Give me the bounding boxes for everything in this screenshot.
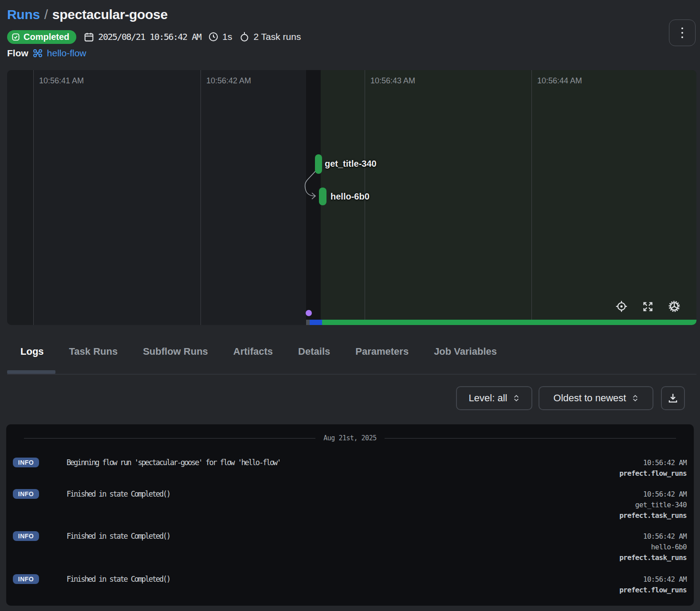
minimap-running-segment (310, 320, 322, 325)
log-task-name: hello-6b0 (619, 542, 687, 552)
task-bar-label: get_title-340 (325, 159, 377, 169)
tab-parameters[interactable]: Parameters (355, 346, 409, 357)
breadcrumb-runs-link[interactable]: Runs (7, 7, 40, 22)
run-datetime: 2025/08/21 10:56:42 AM (98, 31, 201, 42)
flow-name-link[interactable]: hello-flow (47, 48, 87, 59)
flow-row: Flow hello-flow (7, 48, 87, 59)
breadcrumb: Runs/spectacular-goose (7, 7, 168, 22)
chevron-updown-icon (632, 393, 638, 403)
sort-order-select[interactable]: Oldest to newest (539, 386, 653, 410)
log-level-badge: INFO (13, 531, 39, 541)
task-bar-hello[interactable] (319, 188, 326, 205)
kebab-dot (681, 36, 683, 38)
log-module: prefect.flow_runs (619, 585, 687, 595)
log-message: Finished in state Completed() (67, 531, 170, 541)
active-tab-indicator (7, 370, 55, 374)
logs-date-divider: Aug 21st, 2025 (24, 434, 676, 442)
download-logs-button[interactable] (661, 386, 685, 410)
flow-run-marker (306, 310, 312, 316)
run-duration: 1s (208, 31, 232, 42)
breadcrumb-separator: / (40, 7, 52, 22)
timeline-minimap[interactable] (7, 320, 696, 325)
tab-artifacts[interactable]: Artifacts (233, 346, 273, 357)
log-module: prefect.task_runs (619, 552, 687, 563)
log-time: 10:56:42 AM (619, 489, 687, 500)
log-message: Beginning flow run 'spectacular-goose' f… (67, 458, 280, 467)
kebab-dot (681, 27, 683, 29)
sort-order-value: Oldest to newest (554, 392, 626, 404)
log-time: 10:56:42 AM (619, 574, 687, 585)
log-module: prefect.flow_runs (619, 468, 687, 479)
minimap-completed-segment (322, 320, 696, 325)
timeline-chart[interactable]: 10:56:41 AM 10:56:42 AM 10:56:43 AM 10:5… (7, 70, 696, 325)
run-meta-row: Completed 2025/08/21 10:56:42 AM 1s 2 Ta… (7, 30, 301, 44)
logs-panel: Aug 21st, 2025 INFO Beginning flow run '… (6, 424, 694, 606)
recenter-icon[interactable] (615, 300, 628, 313)
task-bar-get-title[interactable] (315, 154, 322, 174)
logs-date-label: Aug 21st, 2025 (323, 434, 376, 442)
tab-logs[interactable]: Logs (20, 346, 44, 357)
status-badge: Completed (7, 30, 76, 44)
status-badge-label: Completed (24, 32, 69, 42)
log-time: 10:56:42 AM (619, 458, 687, 468)
kebab-dot (681, 32, 683, 34)
flow-icon (32, 48, 43, 59)
settings-gear-icon[interactable] (668, 300, 680, 313)
tab-subflow-runs[interactable]: Subflow Runs (143, 346, 208, 357)
tab-details[interactable]: Details (298, 346, 330, 357)
log-message: Finished in state Completed() (67, 489, 170, 499)
chevron-updown-icon (513, 393, 519, 403)
log-level-badge: INFO (13, 489, 39, 499)
clock-icon (208, 31, 219, 42)
log-meta: 10:56:42 AM prefect.flow_runs (619, 574, 687, 595)
log-level-badge: INFO (13, 574, 39, 584)
log-meta: 10:56:42 AM prefect.flow_runs (619, 458, 687, 479)
log-level-badge: INFO (13, 458, 39, 467)
flow-label: Flow (7, 48, 28, 59)
task-bar-label: hello-6b0 (330, 192, 370, 202)
download-icon (667, 392, 679, 404)
level-filter-value: Level: all (469, 392, 507, 404)
chart-toolbar (615, 300, 680, 313)
calendar-icon (83, 31, 94, 43)
divider-line (385, 438, 676, 439)
fullscreen-icon[interactable] (642, 301, 654, 313)
checkbox-check-icon (12, 33, 20, 41)
log-time: 10:56:42 AM (619, 531, 687, 542)
log-task-name: get_title-340 (619, 500, 687, 510)
level-filter-select[interactable]: Level: all (456, 386, 532, 410)
page-title: spectacular-goose (52, 7, 168, 22)
log-meta: 10:56:42 AM get_title-340 prefect.task_r… (619, 489, 687, 521)
task-run-icon (239, 31, 250, 42)
run-task-count: 2 Task runs (239, 31, 301, 42)
tab-task-runs[interactable]: Task Runs (69, 346, 118, 357)
log-module: prefect.task_runs (619, 510, 687, 521)
more-actions-button[interactable] (669, 20, 696, 46)
run-date: 2025/08/21 10:56:42 AM (83, 31, 201, 43)
run-task-count-value: 2 Task runs (253, 31, 301, 42)
run-duration-value: 1s (222, 31, 232, 42)
tab-divider-line (7, 374, 696, 375)
log-message: Finished in state Completed() (67, 574, 170, 584)
minimap-pending-segment (306, 320, 310, 325)
tab-job-variables[interactable]: Job Variables (434, 346, 497, 357)
divider-line (24, 438, 315, 439)
log-meta: 10:56:42 AM hello-6b0 prefect.task_runs (619, 531, 687, 563)
tab-bar: Logs Task Runs Subflow Runs Artifacts De… (20, 346, 497, 357)
